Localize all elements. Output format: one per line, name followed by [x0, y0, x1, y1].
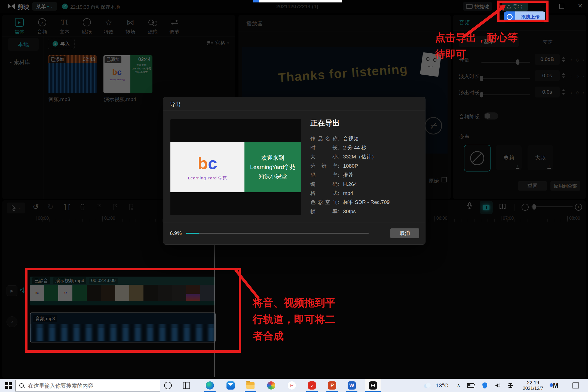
- background-window-bar: [253, 0, 259, 2]
- word-icon[interactable]: W: [347, 381, 356, 390]
- progress-bar-fill: [186, 233, 199, 234]
- start-icon[interactable]: [4, 381, 13, 390]
- progress-bar: [186, 233, 369, 234]
- battery-icon[interactable]: [466, 381, 475, 390]
- volume-icon[interactable]: [493, 381, 503, 390]
- paint3d-icon[interactable]: [267, 381, 276, 390]
- brand-text: Learning Yard 学苑: [188, 176, 227, 181]
- ime-icon[interactable]: M: [551, 381, 560, 390]
- chevron-up-icon[interactable]: ∧: [457, 382, 460, 388]
- export-dialog: 导出 bc Learning Yard 学苑 欢迎来到 LearningYard…: [163, 97, 425, 245]
- mail-icon[interactable]: [226, 381, 235, 390]
- annotation-text-tracks: 将音、视频拖到平 行轨道，即可将二 者合成: [253, 295, 335, 344]
- tray-time: 22:19: [518, 380, 548, 386]
- annotation-box-tracks: [25, 268, 241, 353]
- search-icon: [19, 383, 24, 388]
- capcut-icon[interactable]: [368, 381, 378, 390]
- task-view-icon[interactable]: [182, 381, 191, 390]
- cancel-button[interactable]: 取消: [390, 228, 419, 238]
- security-shield-icon[interactable]: [480, 381, 489, 390]
- tray-clock[interactable]: 22:19 2021/12/7: [518, 380, 548, 391]
- export-fields: 作品名称:音视频 时长:2 分 44 秒 大小:332M（估计） 分辨率:108…: [310, 134, 390, 216]
- notification-icon[interactable]: [571, 381, 580, 390]
- netease-music-icon[interactable]: ♪: [307, 381, 317, 390]
- export-preview: bc Learning Yard 学苑 欢迎来到 LearningYard学苑 …: [170, 119, 301, 215]
- taskbar-search[interactable]: [15, 380, 160, 391]
- progress-percent: 6.9%: [170, 230, 182, 236]
- bc-logo: bc: [198, 154, 217, 173]
- annotation-text-export: 点击导出，耐心等 待即可: [435, 29, 518, 63]
- touch-cross-icon[interactable]: [506, 381, 515, 390]
- powerpoint-icon[interactable]: P: [327, 381, 337, 390]
- file-explorer-icon[interactable]: [246, 381, 255, 390]
- cortana-icon[interactable]: [163, 381, 173, 390]
- background-window-bar: [259, 0, 342, 2]
- search-input[interactable]: [27, 382, 148, 389]
- edge-icon[interactable]: [205, 381, 215, 390]
- tray-date: 2021/12/7: [518, 386, 548, 391]
- weather-temp[interactable]: 13°C: [436, 382, 448, 389]
- weather-cloud-icon[interactable]: [422, 381, 432, 390]
- snip-icon[interactable]: ✂: [287, 381, 296, 390]
- export-status: 正在导出: [310, 118, 340, 128]
- screen: 剪映 菜单 ⌄ ✓ 22:19:39 自动保存本地 202112072214 (…: [0, 0, 588, 392]
- dialog-title: 导出: [170, 101, 181, 108]
